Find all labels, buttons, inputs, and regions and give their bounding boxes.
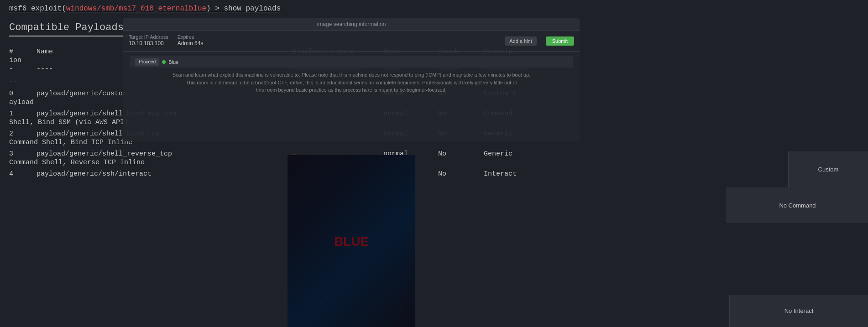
desc-continuation: ion	[9, 57, 21, 64]
expires-field: Expires Admin 54s	[178, 34, 204, 47]
proceed-button[interactable]: Proceed	[135, 58, 159, 66]
row3-continuation: Command Shell, Reverse TCP Inline	[9, 159, 859, 166]
expires-label: Expires	[178, 34, 204, 40]
table-row: 4 payload/generic/ssh/interact . normal …	[9, 170, 859, 178]
image-text: BLUE	[334, 234, 369, 249]
custom-label: Custom	[818, 166, 839, 173]
header-num: #	[9, 48, 37, 56]
row3-num: 3	[9, 150, 37, 158]
no-command-label-box: No Command	[727, 187, 868, 223]
tryhackme-overlay: image searching information Target IP Ad…	[123, 18, 580, 141]
submit-button[interactable]: Submit	[546, 36, 574, 46]
prompt-text: msf6 exploit(	[9, 5, 66, 13]
overlay-fields: Target IP Address 10.10.183.100 Expires …	[123, 31, 580, 52]
overlay-header: image searching information	[123, 18, 580, 31]
command-text: ) > show payloads	[206, 5, 281, 13]
custom-label-box: Custom	[788, 151, 868, 187]
image-overlay: BLUE	[288, 155, 415, 327]
row2-num: 2	[9, 130, 37, 138]
ip-label: Target IP Address	[129, 34, 168, 40]
no-command-label: No Command	[779, 202, 816, 209]
table-row: 3 payload/generic/shell_reverse_tcp . no…	[9, 150, 859, 158]
task-title: Blue	[168, 59, 178, 65]
row4-check: No	[438, 170, 484, 178]
task-desc-2: This room is not meant to be a boot2root…	[186, 80, 517, 85]
task-status-dot	[162, 60, 166, 64]
task-description: Scan and learn what exploit this machine…	[130, 71, 573, 94]
expires-value: Admin 54s	[178, 40, 204, 47]
sep-num: -	[9, 65, 37, 73]
ip-field: Target IP Address 10.10.183.100	[129, 34, 168, 47]
row4-num: 4	[9, 170, 37, 178]
overlay-header-title: image searching information	[129, 21, 574, 27]
overlay-body: Proceed Blue Scan and learn what exploit…	[123, 52, 580, 99]
module-name: windows/smb/ms17_010_eternalblue	[66, 5, 206, 13]
no-interact-label-box: No Interact	[729, 295, 868, 327]
task-desc-1: Scan and learn what exploit this machine…	[173, 72, 531, 78]
task-bar: Proceed Blue	[130, 56, 573, 67]
row1-num: 1	[9, 110, 37, 118]
row4-name: payload/generic/ssh/interact	[37, 170, 292, 178]
add-hint-button[interactable]: Add a hint	[505, 36, 537, 46]
task-desc-3: this room beyond basic practice as the p…	[256, 87, 447, 93]
row0-num: 0	[9, 90, 37, 98]
no-interact-label: No Interact	[784, 307, 814, 314]
command-line: msf6 exploit(windows/smb/ms17_010_eterna…	[9, 5, 859, 13]
section-underline	[9, 36, 137, 36]
row3-check: No	[438, 150, 484, 158]
ip-value: 10.10.183.100	[129, 40, 164, 47]
row3-name: payload/generic/shell_reverse_tcp	[37, 150, 292, 158]
